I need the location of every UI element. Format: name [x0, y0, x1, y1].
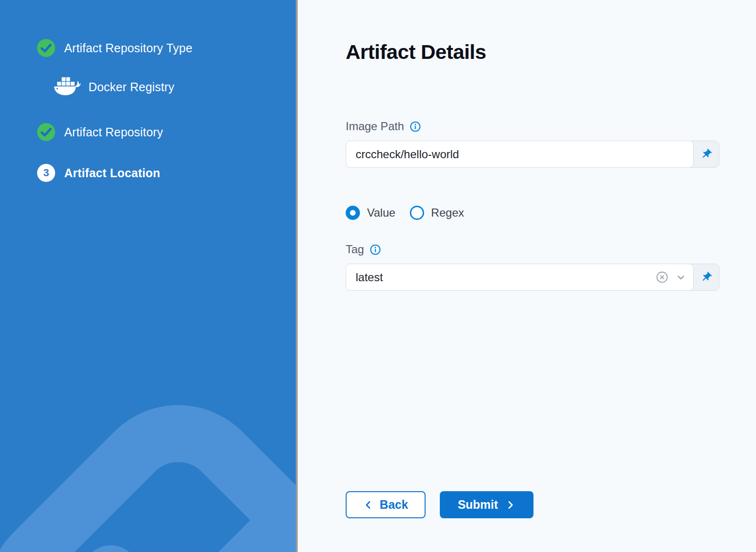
sidebar-step-artifact-location[interactable]: 3 Artifact Location	[37, 164, 160, 182]
chevron-right-icon	[505, 500, 515, 510]
artifact-details-panel: Artifact Details Image Path	[298, 0, 756, 552]
radio-option-regex[interactable]: Regex	[410, 206, 464, 220]
wizard-steps-sidebar: Artifact Repository Type Docker Registry	[0, 0, 296, 552]
chevron-down-icon[interactable]	[675, 272, 687, 283]
match-type-radio-group: Value Regex	[346, 206, 719, 220]
tag-field-controls	[652, 271, 687, 284]
radio-selected-icon[interactable]	[346, 206, 360, 220]
docker-whale-icon	[53, 76, 81, 98]
tag-input[interactable]	[356, 271, 652, 284]
image-path-pin-button[interactable]	[693, 141, 719, 167]
artifact-wizard-page: Artifact Repository Type Docker Registry	[0, 0, 756, 552]
tag-combobox-field	[346, 264, 694, 291]
tag-input-group	[346, 264, 719, 291]
image-path-label-row: Image Path	[346, 120, 719, 133]
info-icon[interactable]	[369, 244, 381, 256]
tag-pin-button[interactable]	[693, 264, 719, 290]
clear-circle-icon[interactable]	[656, 271, 669, 284]
radio-unselected-icon[interactable]	[410, 206, 424, 220]
image-path-label: Image Path	[346, 120, 404, 133]
harness-logo-watermark	[0, 352, 296, 552]
wizard-actions: Back Submit	[346, 491, 719, 518]
sidebar-substep-docker-registry: Docker Registry	[53, 76, 174, 98]
image-path-input[interactable]	[356, 148, 687, 161]
tag-label: Tag	[346, 243, 364, 256]
page-title: Artifact Details	[346, 40, 719, 64]
step-completed-check-icon	[37, 123, 55, 141]
submit-button[interactable]: Submit	[440, 491, 533, 518]
step-label: Artifact Repository Type	[64, 41, 193, 55]
substep-label: Docker Registry	[88, 80, 174, 94]
info-icon[interactable]	[409, 121, 421, 133]
step-number-badge: 3	[37, 164, 55, 182]
sidebar-step-artifact-repository-type[interactable]: Artifact Repository Type	[37, 39, 193, 57]
step-label: Artifact Repository	[64, 125, 163, 139]
submit-button-label: Submit	[458, 498, 498, 512]
radio-label: Regex	[431, 206, 464, 219]
step-completed-check-icon	[37, 39, 55, 57]
step-label-current: Artifact Location	[64, 166, 160, 180]
image-path-input-group	[346, 141, 719, 168]
sidebar-step-artifact-repository[interactable]: Artifact Repository	[37, 123, 163, 141]
image-path-field	[346, 141, 694, 168]
back-button[interactable]: Back	[346, 491, 426, 518]
tag-label-row: Tag	[346, 243, 719, 256]
chevron-left-icon	[363, 500, 374, 510]
radio-option-value[interactable]: Value	[346, 206, 396, 220]
radio-label: Value	[367, 206, 396, 219]
back-button-label: Back	[380, 498, 408, 512]
